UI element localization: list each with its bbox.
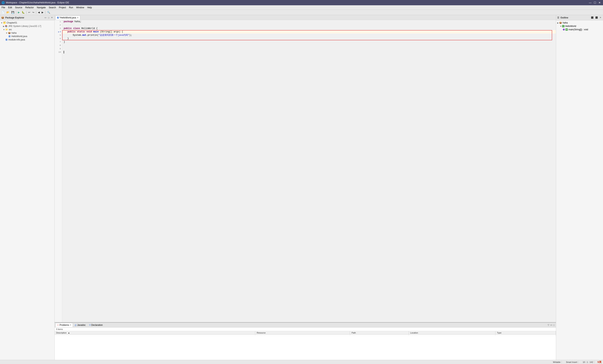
menu-refactor[interactable]: Refactor: [24, 5, 35, 10]
empty-row: [55, 335, 556, 336]
code-line-8[interactable]: [62, 44, 556, 47]
method-icon: M: [566, 28, 568, 31]
minimize-button[interactable]: —: [588, 1, 592, 4]
tree-src[interactable]: ▼ 📁 src: [0, 28, 54, 31]
tree-haha[interactable]: ▼ 📦 haha: [0, 31, 54, 35]
toolbar: 📄 📂 💾 ▶ 🐛 ↩ ↪ ◀ ▶ 🔍: [0, 10, 603, 15]
maximize-button[interactable]: ☐: [593, 1, 597, 4]
toolbar-open-btn[interactable]: 📂: [6, 10, 10, 14]
menu-window[interactable]: Window: [75, 5, 86, 10]
outline-header: ☰ Outline ⬛ ⬛ ✕: [556, 15, 603, 20]
toolbar-run-btn[interactable]: ▶: [17, 10, 21, 14]
line-num-4: 4: [55, 30, 62, 33]
col-resource[interactable]: Resource: [255, 331, 350, 335]
menu-source[interactable]: Source: [13, 5, 24, 10]
java-file-icon2: J: [6, 39, 7, 41]
outline-main[interactable]: ? M main(String[]) : void: [556, 28, 603, 31]
code-line-4[interactable]: public static void main (String[] args) …: [62, 30, 556, 33]
menu-file[interactable]: File: [0, 5, 7, 10]
arrow-down-icon3: ▼: [6, 32, 8, 34]
menu-help[interactable]: Help: [86, 5, 93, 10]
col-description[interactable]: Description ▲: [55, 331, 255, 335]
title-bar-controls[interactable]: — ☐ ✕: [588, 1, 602, 4]
bottom-panel-min-btn[interactable]: ▭: [550, 323, 553, 326]
outline-close-btn[interactable]: ✕: [599, 16, 602, 19]
tree-haha-label: haha: [12, 32, 17, 34]
menu-search[interactable]: Search: [47, 5, 58, 10]
line-num-6: 6: [55, 37, 62, 40]
outline-icon: ☰: [557, 16, 559, 19]
javadoc-icon: @: [75, 324, 77, 326]
menu-edit[interactable]: Edit: [7, 5, 13, 10]
status-insert-mode: Smart Insert: [565, 361, 579, 363]
line-num-1: 1: [55, 20, 62, 23]
editor-scroll-area[interactable]: 1 2 3 4 5 6 7 8 9 10: [55, 20, 556, 322]
menu-run[interactable]: Run: [68, 5, 75, 10]
col-path[interactable]: Path: [350, 331, 409, 335]
tab-declaration[interactable]: ⊟ Declaration: [87, 323, 104, 327]
panel-close-btn[interactable]: ✕: [50, 16, 53, 19]
code-line-9[interactable]: [62, 47, 556, 50]
code-line-3[interactable]: public class HelloWorld {: [62, 27, 556, 30]
bottom-panel: ⚠ Problems ✕ @ Javadoc ⊟ Declaration ▽ ▭…: [55, 322, 556, 360]
package-explorer-header: 📦 Package Explorer ▭ □ ✕: [0, 15, 54, 20]
editor-tab-helloworld[interactable]: J *HelloWorld.java ✕: [55, 16, 80, 20]
menu-navigate[interactable]: Navigate: [35, 5, 47, 10]
toolbar-redo-btn[interactable]: ↪: [32, 10, 35, 14]
tab-declaration-label: Declaration: [91, 324, 103, 326]
tree-chapter01[interactable]: ▼ 🗂️ Chapter01: [0, 21, 54, 24]
toolbar-undo-btn[interactable]: ↩: [27, 10, 31, 14]
toolbar-fwd-btn[interactable]: ▶: [41, 10, 44, 14]
java-file-icon: J: [9, 35, 10, 37]
outline-btn2[interactable]: ⬛: [595, 16, 599, 19]
toolbar-sep1: [16, 11, 16, 14]
code-line-10[interactable]: [62, 50, 556, 54]
outline-helloworld[interactable]: ▼ C HelloWorld: [556, 24, 603, 28]
center-area: J *HelloWorld.java ✕ 1 2 3 4 5 6 7 8 9: [55, 15, 556, 360]
outline-controls[interactable]: ⬛ ⬛ ✕: [590, 16, 602, 19]
col-type[interactable]: Type: [495, 331, 556, 335]
status-writable: Writable: [552, 361, 562, 363]
tab-javadoc[interactable]: @ Javadoc: [73, 323, 87, 327]
code-line-2[interactable]: [62, 23, 556, 27]
status-bar: Writable Smart Insert 10 : 1 : 142 S英: [0, 360, 603, 364]
tree-chapter01-label: Chapter01: [7, 22, 17, 24]
tab-close-btn[interactable]: ✕: [77, 17, 79, 19]
line-num-3: 3: [55, 27, 62, 30]
outline-main-label: main(String[]) : void: [568, 28, 588, 31]
tree-module-info[interactable]: J module-info.java: [0, 38, 54, 41]
toolbar-debug-btn[interactable]: 🐛: [21, 10, 25, 14]
code-editor[interactable]: package haha; public class HelloWorld { …: [62, 20, 556, 322]
toolbar-save-btn[interactable]: 💾: [11, 10, 15, 14]
bottom-panel-max-btn[interactable]: □: [553, 324, 555, 326]
panel-min-btn[interactable]: ▭: [44, 16, 47, 19]
src-folder-icon: 📁: [5, 28, 8, 31]
line-num-7: 7: [55, 40, 62, 44]
col-description-label: Description: [56, 332, 67, 334]
bottom-panel-filter-btn[interactable]: ▽: [547, 323, 550, 326]
tree-jre[interactable]: ▶ 📚 JRE System Library [JavaSE-17]: [0, 24, 54, 28]
line-num-2: 2: [55, 23, 62, 27]
tab-problems-close[interactable]: ✕: [70, 324, 71, 326]
panel-max-btn[interactable]: □: [47, 16, 50, 19]
tree-helloworld[interactable]: J HelloWorld.java: [0, 35, 54, 38]
code-line-6[interactable]: }: [62, 37, 556, 40]
col-location[interactable]: Location: [409, 331, 495, 335]
package-explorer-title: Package Explorer: [5, 16, 24, 19]
toolbar-search-btn[interactable]: 🔍: [46, 10, 51, 14]
package-explorer-tree[interactable]: ▼ 🗂️ Chapter01 ▶ 📚 JRE System Library [J…: [0, 20, 54, 360]
toolbar-new-btn[interactable]: 📄: [1, 10, 5, 14]
outline-haha[interactable]: ▶ 📦 haha: [556, 21, 603, 24]
problems-table: Description ▲ Resource Path Location Typ…: [55, 331, 556, 336]
editor-wrapper: 1 2 3 4 5 6 7 8 9 10: [55, 20, 556, 322]
tab-problems[interactable]: ⚠ Problems ✕: [55, 323, 73, 327]
menu-project[interactable]: Project: [58, 5, 68, 10]
outline-btn1[interactable]: ⬛: [590, 16, 594, 19]
close-button[interactable]: ✕: [598, 1, 602, 4]
panel-controls[interactable]: ▭ □ ✕: [44, 16, 53, 19]
toolbar-back-btn[interactable]: ◀: [37, 10, 40, 14]
code-line-5[interactable]: System.out.println("这是我写的第一个java代码");: [62, 33, 556, 37]
code-line-1[interactable]: package haha;: [62, 20, 556, 23]
bottom-content: 0 items Description ▲ Resource Path Loca…: [55, 328, 556, 360]
code-line-7[interactable]: }: [62, 40, 556, 44]
